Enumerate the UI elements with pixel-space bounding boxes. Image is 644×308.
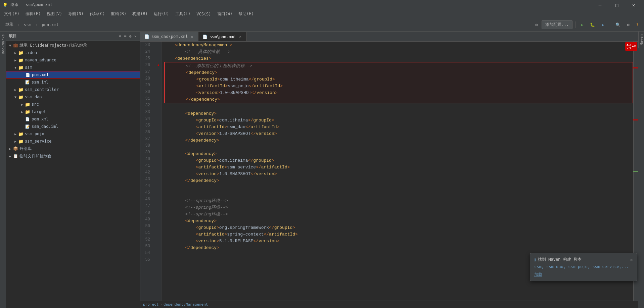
- breadcrumb-sep2: ›: [35, 22, 38, 27]
- panel-icon-close[interactable]: ✕: [134, 33, 137, 39]
- settings-button[interactable]: ⚙: [625, 21, 632, 29]
- t36b: version: [256, 131, 274, 136]
- menu-file[interactable]: 文件(F): [1, 10, 22, 17]
- code-line-47: <!--spring环境-->: [164, 204, 633, 211]
- tab-ssm-close[interactable]: ✕: [238, 34, 242, 39]
- text-30: 1.0-SNAPSHOT: [220, 90, 251, 95]
- add-config-button[interactable]: 添加配置...: [542, 20, 572, 29]
- tree-target[interactable]: ▶ 📁 target: [6, 108, 140, 115]
- maximize-button[interactable]: □: [609, 0, 625, 10]
- tag-28a: groupId: [199, 77, 217, 82]
- t50b: groupId: [274, 225, 293, 230]
- target-folder-icon: 📁: [25, 109, 30, 114]
- tree-idea[interactable]: ▶ 📁 .idea: [6, 49, 140, 56]
- maven-tab[interactable]: Maven: [638, 32, 644, 48]
- menu-navigate[interactable]: 导航(N): [65, 10, 86, 17]
- tx35: ssm_dao: [227, 124, 245, 130]
- tree-ssm-controller[interactable]: ▶ 📁 ssm_controller: [6, 86, 140, 93]
- line-numbers: 23 24 25 26 27 28 29 30 31 32 33 34 35 3…: [140, 42, 155, 301]
- tree-pom-xml[interactable]: ▶ 📄 pom.xml: [6, 71, 140, 79]
- b35c: </: [245, 124, 251, 130]
- breadcrumb-project[interactable]: project: [143, 302, 158, 307]
- menu-vcs[interactable]: VCS(S): [194, 11, 214, 17]
- menu-build[interactable]: 构建(B): [130, 10, 150, 17]
- breadcrumb-dep-mgmt[interactable]: dependencyManagement: [164, 302, 208, 307]
- menu-window[interactable]: 窗口(W): [215, 10, 235, 17]
- notification-close-btn[interactable]: ✕: [630, 257, 633, 262]
- tree-ssm-iml[interactable]: ▶ 📝 ssm.iml: [6, 79, 140, 86]
- code-line-40: <groupId>com.itheima</groupId>: [164, 157, 633, 164]
- b36d: >: [274, 131, 277, 136]
- tree-ssm-pojo[interactable]: ▶ 📁 ssm_pojo: [6, 130, 140, 138]
- t37: dependency: [190, 138, 217, 143]
- ln-46: 46: [140, 196, 153, 203]
- run-button[interactable]: ▶: [578, 21, 586, 29]
- code-line-37: </dependency>: [164, 137, 633, 144]
- tree-root[interactable]: ▼ 💼 继承 E:\IdeaProjects\代码\继承: [6, 42, 140, 49]
- notification-footer: 加载: [534, 272, 633, 277]
- gutter-25: [155, 55, 161, 62]
- tab-ssm-pom[interactable]: 📄 ssm\pom.xml ✕: [198, 32, 247, 41]
- idea-folder-icon: 📁: [18, 50, 24, 55]
- b52a: <: [164, 239, 198, 244]
- menu-view[interactable]: 视图(V): [44, 10, 65, 17]
- help-button[interactable]: ?: [634, 21, 641, 29]
- toolbar-breadcrumb-inherit[interactable]: 继承: [3, 20, 16, 29]
- tx40: com.itheima: [219, 158, 248, 163]
- panel-icon-locate[interactable]: ⊕: [118, 33, 122, 39]
- tree-scratch[interactable]: ▶ 📋 临时文件和控制台: [6, 152, 140, 160]
- tree-external-libs[interactable]: ▶ 📦 外部库: [6, 145, 140, 152]
- b49a: <: [164, 218, 188, 223]
- toolbar-breadcrumb-pom[interactable]: pom.xml: [39, 21, 61, 29]
- toolbar-separator: [575, 21, 576, 28]
- menu-code[interactable]: 代码(C): [87, 10, 108, 17]
- idea-label: .idea: [25, 50, 37, 55]
- code-line-48: <!--spring环境-->: [164, 211, 633, 217]
- b42d: >: [274, 171, 277, 176]
- ssm-label: ssm: [25, 65, 32, 70]
- breadcrumb-sep: ›: [160, 302, 162, 307]
- tree-ssm-dao[interactable]: ▼ 📁 ssm_dao: [6, 93, 140, 101]
- search-everywhere-button[interactable]: 🔍: [613, 21, 623, 29]
- code-line-50: <groupId>org.springframework</groupId>: [164, 224, 633, 231]
- b35b: >: [224, 124, 227, 130]
- gutter-46: [155, 196, 161, 203]
- menu-tools[interactable]: 工具(L): [173, 10, 193, 17]
- b43a: </: [164, 178, 190, 183]
- tree-ssm[interactable]: ▼ 📁 ssm: [6, 64, 140, 71]
- bracket-29c: </: [249, 84, 254, 89]
- minimize-button[interactable]: ─: [592, 0, 608, 10]
- toolbar-gear[interactable]: ⚙: [533, 21, 540, 29]
- menu-run[interactable]: 运行(U): [151, 10, 172, 17]
- ln-35: 35: [140, 122, 153, 129]
- t40a: groupId: [198, 158, 217, 163]
- tree-dao-pom[interactable]: ▶ 📄 pom.xml: [6, 115, 140, 123]
- code-line-42: <version>1.0-SNAPSHOT</version>: [164, 170, 633, 177]
- tree-view[interactable]: ▼ 💼 继承 E:\IdeaProjects\代码\继承 ▶ 📁 .idea ▶…: [6, 41, 140, 308]
- menu-edit[interactable]: 编辑(E): [23, 10, 44, 17]
- panel-icon-collapse[interactable]: ≡: [123, 33, 127, 39]
- b51b: >: [224, 232, 227, 237]
- t39: dependency: [188, 151, 214, 156]
- bookmarks-tab[interactable]: Bookmarks: [0, 32, 6, 57]
- menu-help[interactable]: 帮助(H): [236, 10, 257, 17]
- panel-icon-settings[interactable]: ⚙: [129, 33, 132, 39]
- tree-maven[interactable]: ▶ 📁 maven_advance: [6, 56, 140, 64]
- t34a: groupId: [198, 118, 217, 123]
- debug-button[interactable]: 🐛: [587, 21, 598, 29]
- tab-dao-close[interactable]: ✕: [190, 34, 194, 39]
- tree-src[interactable]: ▶ 📁 src: [6, 101, 140, 108]
- maven-arrow: ▶: [13, 57, 18, 63]
- toolbar-breadcrumb-ssm[interactable]: ssm: [21, 21, 34, 29]
- notification-body-text: ssm, ssm_dao, ssm_pojo, ssm_service,...: [534, 264, 629, 269]
- tree-ssm-service[interactable]: ▶ 📁 ssm_service: [6, 138, 140, 145]
- coverage-button[interactable]: ▶: [599, 21, 607, 29]
- close-button[interactable]: ✕: [626, 0, 641, 10]
- bracket-28a: <: [165, 77, 199, 82]
- app-icon: 💡: [3, 3, 8, 7]
- gutter-26: ●: [155, 62, 161, 68]
- tab-ssm-dao-pom[interactable]: 📄 ssm_dao\pom.xml ✕: [140, 32, 198, 41]
- menu-refactor[interactable]: 重构(R): [108, 10, 129, 17]
- notification-load-link[interactable]: 加载: [534, 272, 542, 277]
- tree-dao-iml[interactable]: ▶ 📝 ssm_dao.iml: [6, 123, 140, 130]
